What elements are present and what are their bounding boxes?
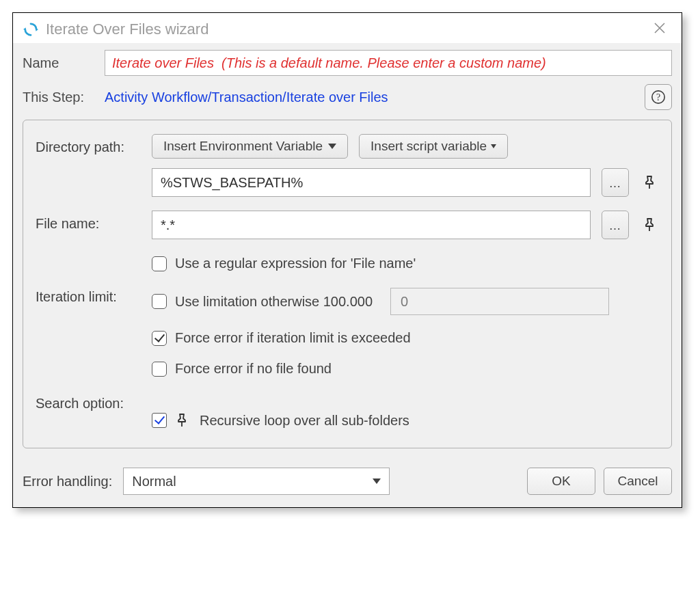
use-regex-checkbox[interactable] (152, 256, 167, 271)
chevron-down-icon (491, 144, 496, 148)
iteration-limit-label: Iteration limit: (36, 288, 152, 305)
pin-icon[interactable] (172, 411, 191, 430)
use-limitation-label: Use limitation otherwise 100.000 (175, 294, 373, 310)
use-limitation-checkbox[interactable] (152, 294, 167, 309)
insert-script-variable-label: Insert script variable (371, 139, 487, 154)
ok-button[interactable]: OK (527, 468, 595, 495)
recursive-label: Recursive loop over all sub-folders (200, 413, 409, 429)
force-error-nofile-checkbox[interactable] (152, 362, 167, 377)
error-handling-value: Normal (132, 474, 176, 489)
close-icon[interactable] (647, 18, 672, 40)
dialog-footer: Error handling: Normal OK Cancel (13, 458, 682, 507)
svg-text:?: ? (656, 92, 660, 103)
browse-file-button[interactable]: … (602, 211, 629, 239)
insert-env-variable-button[interactable]: Insert Environment Variable (152, 134, 348, 159)
use-regex-label: Use a regular expression for 'File name' (175, 256, 416, 271)
name-input[interactable] (105, 50, 672, 76)
search-option-label: Search option: (36, 390, 152, 412)
help-button[interactable]: ? (645, 84, 672, 110)
app-icon (23, 21, 39, 38)
chevron-down-icon (328, 144, 336, 149)
force-error-exceed-label: Force error if iteration limit is exceed… (175, 330, 411, 346)
pin-icon[interactable] (640, 215, 659, 234)
name-label: Name (23, 55, 105, 71)
this-step-label: This Step: (23, 90, 105, 105)
iteration-limit-input[interactable] (390, 288, 609, 315)
insert-env-variable-label: Insert Environment Variable (163, 139, 323, 154)
svg-marker-0 (36, 29, 38, 31)
chevron-down-icon (373, 478, 381, 484)
file-name-label: File name: (36, 211, 152, 232)
wizard-dialog: Iterate Over Files wizard Name This Step… (12, 12, 682, 508)
browse-directory-button[interactable]: … (602, 168, 629, 197)
directory-path-label: Directory path: (36, 134, 152, 155)
directory-path-input[interactable] (152, 168, 591, 197)
force-error-exceed-checkbox[interactable] (152, 331, 167, 346)
svg-marker-1 (23, 27, 26, 30)
body-panel: Directory path: Insert Environment Varia… (13, 120, 682, 458)
cancel-button[interactable]: Cancel (604, 468, 672, 495)
file-name-input[interactable] (152, 211, 591, 239)
settings-group: Directory path: Insert Environment Varia… (23, 120, 672, 448)
force-error-nofile-label: Force error if no file found (175, 361, 332, 377)
window-title: Iterate Over Files wizard (46, 21, 647, 38)
pin-icon[interactable] (640, 173, 659, 192)
insert-script-variable-button[interactable]: Insert script variable (359, 134, 508, 159)
titlebar: Iterate Over Files wizard (13, 13, 682, 43)
error-handling-select[interactable]: Normal (123, 468, 390, 495)
error-handling-label: Error handling: (23, 474, 112, 489)
recursive-checkbox[interactable] (152, 413, 167, 428)
this-step-link[interactable]: Activity Workflow/Transaction/Iterate ov… (105, 90, 645, 105)
header-panel: Name This Step: Activity Workflow/Transa… (13, 43, 682, 120)
